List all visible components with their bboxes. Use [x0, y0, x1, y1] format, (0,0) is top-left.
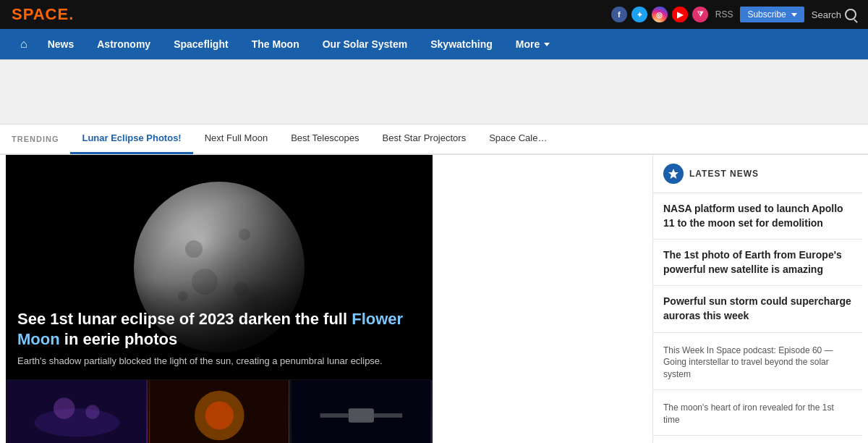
subscribe-chevron [791, 13, 797, 17]
thumbnail-1[interactable] [148, 379, 291, 443]
twitter-icon[interactable]: ✦ [631, 7, 647, 22]
latest-news-title: LATEST NEWS [689, 169, 759, 179]
nav-item-more[interactable]: More [504, 29, 561, 59]
top-right-area: f ✦ ◎ ▶ ⧩ RSS Subscribe Search [611, 7, 856, 22]
social-icons: f ✦ ◎ ▶ ⧩ [611, 7, 708, 22]
hero-subtitle: Earth's shadow partially blocked the lig… [17, 355, 421, 368]
search-icon [845, 9, 856, 20]
top-bar: SPACE. f ✦ ◎ ▶ ⧩ RSS Subscribe Search [0, 0, 868, 29]
facebook-icon[interactable]: f [611, 7, 627, 22]
svg-marker-22 [668, 169, 678, 179]
trending-item-1[interactable]: Next Full Moon [193, 124, 279, 154]
home-icon: ⌂ [20, 38, 27, 51]
youtube-icon[interactable]: ▶ [672, 7, 688, 22]
nav-bar: ⌂ News Astronomy Spaceflight The Moon Ou… [0, 29, 868, 59]
thumbnail-0[interactable] [6, 379, 148, 443]
ad-banner [0, 59, 868, 125]
rss-link[interactable]: RSS [715, 9, 733, 20]
trending-item-4[interactable]: Space Cale… [477, 124, 558, 154]
svg-rect-12 [7, 380, 146, 443]
thumbnail-row [6, 379, 433, 443]
search-area[interactable]: Search [812, 9, 856, 20]
site-logo[interactable]: SPACE. [12, 5, 74, 24]
trending-item-0[interactable]: Lunar Eclipse Photos! [70, 124, 192, 154]
nav-item-astronomy[interactable]: Astronomy [85, 29, 162, 59]
news-item-1[interactable]: The 1st photo of Earth from Europe's pow… [653, 240, 862, 286]
subscribe-button[interactable]: Subscribe [740, 7, 804, 22]
trending-item-3[interactable]: Best Star Projectors [371, 124, 478, 154]
hero-section: See 1st lunar eclipse of 2023 darken the… [6, 155, 433, 443]
nav-item-solar-system[interactable]: Our Solar System [311, 29, 420, 59]
news-item-3[interactable]: This Week In Space podcast: Episode 60 —… [653, 333, 862, 390]
trending-label: TRENDING [12, 135, 59, 143]
nav-item-moon[interactable]: The Moon [240, 29, 311, 59]
news-item-4[interactable]: The moon's heart of iron revealed for th… [653, 390, 862, 436]
hero-image[interactable]: See 1st lunar eclipse of 2023 darken the… [6, 155, 433, 379]
nav-item-news[interactable]: News [36, 29, 86, 59]
trending-item-2[interactable]: Best Telescopes [279, 124, 370, 154]
more-chevron-icon [544, 43, 550, 46]
svg-rect-16 [150, 380, 289, 443]
nav-item-spaceflight[interactable]: Spaceflight [162, 29, 239, 59]
news-item-2[interactable]: Powerful sun storm could supercharge aur… [653, 286, 862, 332]
trending-bar: TRENDING Lunar Eclipse Photos! Next Full… [0, 125, 868, 155]
latest-news-header: LATEST NEWS [653, 155, 862, 193]
latest-news-section: LATEST NEWS NASA platform used to launch… [652, 155, 862, 443]
latest-news-star-icon [663, 164, 684, 184]
news-item-0[interactable]: NASA platform used to launch Apollo 11 t… [653, 193, 862, 240]
nav-item-skywatching[interactable]: Skywatching [419, 29, 504, 59]
svg-rect-21 [292, 380, 431, 443]
hero-caption: See 1st lunar eclipse of 2023 darken the… [6, 280, 433, 379]
thumbnail-2[interactable] [290, 379, 433, 443]
instagram-icon[interactable]: ◎ [652, 7, 668, 22]
flipboard-icon[interactable]: ⧩ [692, 7, 708, 22]
hero-title: See 1st lunar eclipse of 2023 darken the… [17, 309, 421, 350]
home-nav-item[interactable]: ⌂ [12, 29, 36, 59]
